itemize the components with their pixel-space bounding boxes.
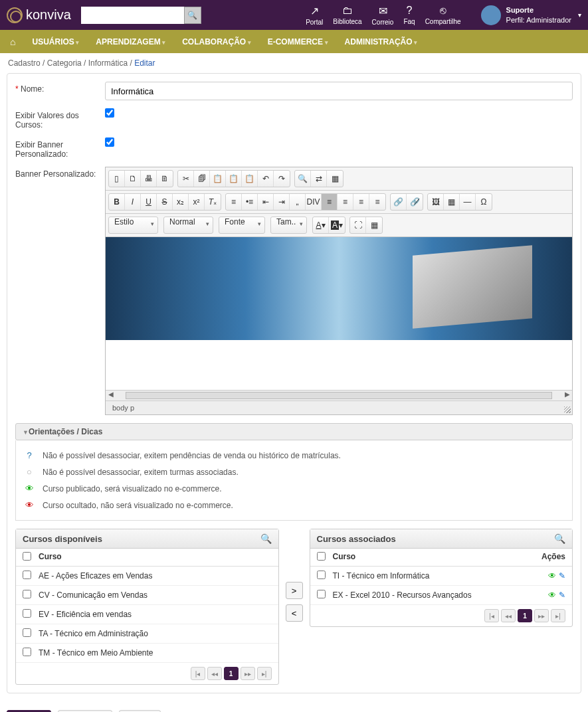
info-icon: ? — [23, 450, 36, 460]
link-button[interactable]: 🔗 — [391, 194, 407, 210]
search-available-icon[interactable]: 🔍 — [260, 533, 272, 544]
crumb-cadastro[interactable]: Cadastro — [8, 58, 41, 68]
preview-button[interactable]: 🗎 — [157, 171, 173, 187]
page-prev[interactable]: ◂◂ — [501, 609, 516, 622]
indent-button[interactable]: ⇥ — [274, 194, 290, 210]
print-button[interactable]: 🖶 — [141, 171, 157, 187]
bgcolor-button[interactable]: A▾ — [329, 217, 345, 233]
crumb-informatica[interactable]: Informática — [88, 58, 128, 68]
paste-button[interactable]: 📋 — [210, 171, 226, 187]
nav-ecommerce[interactable]: E-COMMERCE — [268, 37, 328, 46]
nav-biblioteca[interactable]: 🗀Biblioteca — [333, 5, 361, 25]
page-last[interactable]: ▸| — [257, 667, 272, 680]
paste-word-button[interactable]: 📋 — [242, 171, 258, 187]
editor-hscroll[interactable]: ◀▶ — [106, 390, 572, 400]
breadcrumb: Cadastro / Categoria / Informática / Edi… — [0, 53, 588, 73]
numlist-button[interactable]: ≡ — [226, 194, 242, 210]
cut-button[interactable]: ✂ — [178, 171, 194, 187]
nav-portal[interactable]: ↗Portal — [306, 5, 323, 26]
nav-faq[interactable]: ?Faq — [403, 5, 415, 25]
select-all-available[interactable] — [23, 552, 31, 561]
align-left-button[interactable]: ≡ — [322, 194, 338, 210]
blockquote-button[interactable]: „ — [290, 194, 306, 210]
eye-icon[interactable]: 👁 — [548, 571, 556, 580]
outdent-button[interactable]: ⇤ — [258, 194, 274, 210]
redo-button[interactable]: ↷ — [274, 171, 290, 187]
nome-input[interactable] — [105, 82, 573, 100]
div-button[interactable]: DIV — [306, 194, 322, 210]
page-next[interactable]: ▸▸ — [241, 667, 255, 680]
move-right-button[interactable]: > — [286, 582, 303, 599]
align-right-button[interactable]: ≡ — [353, 194, 369, 210]
search-button[interactable]: 🔍 — [184, 7, 201, 24]
replace-button[interactable]: ⇄ — [311, 171, 327, 187]
nav-correio[interactable]: ✉Correio — [372, 5, 394, 26]
nav-home-icon[interactable]: ⌂ — [10, 37, 15, 47]
selectall-button[interactable]: ▦ — [327, 171, 343, 187]
font-select[interactable]: Fonte — [219, 217, 265, 234]
nav-compartilhe[interactable]: ⎋Compartilhe — [425, 5, 461, 25]
row-checkbox[interactable] — [23, 628, 31, 637]
paste-text-button[interactable]: 📋 — [226, 171, 242, 187]
tips-header[interactable]: Orientações / Dicas — [15, 423, 573, 440]
page-current[interactable]: 1 — [518, 609, 532, 622]
select-all-associated[interactable] — [317, 552, 326, 561]
maximize-button[interactable]: ⛶ — [350, 217, 366, 233]
search-associated-icon[interactable]: 🔍 — [554, 533, 565, 544]
strike-button[interactable]: S — [157, 194, 173, 210]
crumb-categoria[interactable]: Categoria — [47, 58, 82, 68]
bullist-button[interactable]: •≡ — [242, 194, 258, 210]
edit-icon[interactable]: ✎ — [559, 590, 565, 600]
exibir-banner-checkbox[interactable] — [105, 137, 114, 147]
edit-icon[interactable]: ✎ — [559, 571, 565, 580]
italic-button[interactable]: I — [125, 194, 141, 210]
logo[interactable]: konviva — [7, 7, 71, 23]
undo-button[interactable]: ↶ — [258, 171, 274, 187]
clearformat-button[interactable]: Tₓ — [205, 194, 221, 210]
newpage-button[interactable]: 🗋 — [125, 171, 141, 187]
format-select[interactable]: Normal — [163, 217, 213, 234]
find-button[interactable]: 🔍 — [295, 171, 311, 187]
underline-button[interactable]: U — [141, 194, 157, 210]
source-button[interactable]: ▯ — [109, 171, 125, 187]
image-button[interactable]: 🖼 — [428, 194, 444, 210]
row-checkbox[interactable] — [23, 590, 31, 598]
style-select[interactable]: Estilo — [108, 217, 158, 234]
row-checkbox[interactable] — [23, 571, 31, 579]
specialchar-button[interactable]: Ω — [476, 194, 492, 210]
row-checkbox[interactable] — [317, 571, 326, 579]
row-checkbox[interactable] — [317, 590, 326, 598]
page-current[interactable]: 1 — [224, 667, 239, 680]
table-button[interactable]: ▦ — [444, 194, 460, 210]
search-input[interactable] — [81, 7, 184, 24]
eye-icon[interactable]: 👁 — [548, 590, 556, 600]
showblocks-button[interactable]: ▦ — [366, 217, 382, 233]
row-checkbox[interactable] — [23, 609, 31, 618]
nav-usuarios[interactable]: USUÁRIOS — [32, 37, 79, 46]
page-first[interactable]: |◂ — [484, 609, 499, 622]
superscript-button[interactable]: x² — [189, 194, 205, 210]
textcolor-button[interactable]: A▾ — [313, 217, 329, 233]
row-checkbox[interactable] — [23, 648, 31, 656]
align-justify-button[interactable]: ≡ — [369, 194, 385, 210]
unlink-button[interactable]: 🔗̸ — [407, 194, 423, 210]
nav-colaboracao[interactable]: COLABORAÇÃO — [182, 37, 251, 46]
editor-path: body p — [106, 400, 572, 414]
subscript-button[interactable]: x₂ — [173, 194, 189, 210]
exibir-valores-checkbox[interactable] — [105, 108, 114, 118]
user-name: Suporte — [506, 5, 571, 15]
copy-button[interactable]: 🗐 — [194, 171, 210, 187]
page-prev[interactable]: ◂◂ — [207, 667, 222, 680]
nav-aprendizagem[interactable]: APRENDIZAGEM — [96, 37, 165, 46]
align-center-button[interactable]: ≡ — [338, 194, 353, 210]
move-left-button[interactable]: < — [286, 604, 303, 622]
bold-button[interactable]: B — [109, 194, 125, 210]
editor-content[interactable] — [106, 237, 572, 390]
hr-button[interactable]: — — [460, 194, 476, 210]
page-first[interactable]: |◂ — [191, 667, 205, 680]
user-menu[interactable]: Suporte Perfil: Administrador ▾ — [481, 5, 581, 25]
nav-administracao[interactable]: ADMINISTRAÇÃO — [345, 37, 418, 46]
size-select[interactable]: Tam.. — [270, 217, 307, 234]
page-last[interactable]: ▸| — [551, 609, 565, 622]
page-next[interactable]: ▸▸ — [534, 609, 549, 622]
